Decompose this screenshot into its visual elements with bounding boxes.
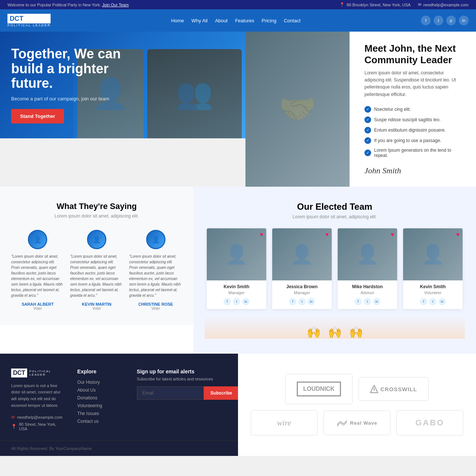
- navbar: DCT POLITICAL LEADER Home Why All About …: [0, 9, 476, 32]
- team-info-4: Kevin Smith Volunteer f t in: [403, 280, 463, 309]
- testimonial-text-1: "Lorem ipsum dolor sit amet, consectetur…: [11, 254, 64, 298]
- team-subtitle: Lorem ipsum dolor sit amet, adipiscing e…: [205, 214, 465, 219]
- email-form: Subscribe: [137, 386, 239, 400]
- instagram-icon[interactable]: in: [459, 16, 469, 25]
- footer-link-about-us[interactable]: About Us: [77, 387, 122, 393]
- footer-link-contact[interactable]: Contact us: [77, 419, 122, 424]
- about-checklist: ✓ Nsectetur cing elit. ✓ Suspe ndisse su…: [364, 104, 461, 160]
- nav-why-all[interactable]: Why All: [192, 18, 208, 23]
- gabo-logo: GABO: [415, 418, 444, 428]
- about-content: Meet John, the Next Community Leader Lor…: [350, 32, 476, 187]
- team-in-2[interactable]: in: [308, 298, 315, 305]
- nav-features[interactable]: Features: [235, 18, 254, 23]
- team-role-2: Manager: [276, 290, 328, 295]
- testimonial-name-2: KEVIN MARTIN: [70, 302, 123, 306]
- about-title: Meet John, the Next Community Leader: [364, 43, 461, 66]
- team-photo-2: 👤 ♥: [272, 228, 332, 280]
- top-bar: Welcome to our Popular Political Party i…: [0, 0, 476, 9]
- team-role-1: Manager: [210, 290, 263, 295]
- team-in-1[interactable]: in: [242, 298, 250, 305]
- hero-inner: Together, We can build a brighter future…: [0, 32, 245, 138]
- check-icon-4: ✓: [364, 137, 371, 144]
- footer-logo-sub: POLITICAL LEADER: [29, 370, 62, 376]
- about-inner: 🤝 Meet John, the Next Community Leader L…: [245, 32, 476, 187]
- check-icon-3: ✓: [364, 127, 371, 134]
- subscribe-button[interactable]: Subscribe: [204, 386, 239, 400]
- testimonial-role-2: Voter: [70, 306, 123, 311]
- brand-gabo: GABO: [396, 410, 463, 435]
- team-cards: 👤 ♥ Kevin Smith Manager f t in: [205, 228, 465, 309]
- contact-info: 📍 80 Brooklyn Street, New York, USA ✉ ne…: [340, 2, 469, 7]
- crosswill-icon: [370, 385, 378, 393]
- nav-contact[interactable]: Contact: [284, 18, 300, 23]
- team-socials-2: f t in: [276, 298, 328, 305]
- team-section: Our Elected Team Lorem ipsum dolor sit a…: [193, 187, 476, 354]
- testimonials-section: What They're Saying Lorem ipsum dolor si…: [0, 187, 193, 354]
- footer-logo-text: DCT: [11, 369, 27, 377]
- testimonial-text-2: "Lorem ipsum dolor sit amet, consectetur…: [70, 254, 123, 298]
- team-inner: Our Elected Team Lorem ipsum dolor sit a…: [193, 187, 476, 354]
- nav-pricing[interactable]: Pricing: [261, 18, 276, 23]
- bottom-section: DCT POLITICAL LEADER Lorem ipsum is not …: [0, 354, 476, 456]
- footer-link-our-history[interactable]: Our History: [77, 380, 122, 385]
- twitter-icon[interactable]: t: [434, 16, 443, 25]
- testimonial-role-3: Voter: [129, 306, 182, 311]
- team-in-3[interactable]: in: [373, 298, 380, 305]
- team-info-1: Kevin Smith Manager f t in: [207, 280, 266, 309]
- testimonial-name-3: CHRISTINE ROSE: [129, 302, 182, 306]
- team-fb-3[interactable]: f: [354, 298, 362, 305]
- email-input[interactable]: [137, 386, 204, 400]
- team-card-4: 👤 ♥ Kevin Smith Volunteer f t in: [403, 228, 463, 309]
- team-socials-3: f t in: [341, 298, 393, 305]
- team-card-3: 👤 ♥ Mike Hardston Advisor f t in: [338, 228, 397, 309]
- hero-subtext: Become a part of our campaign, join our …: [11, 96, 138, 102]
- team-tw-4[interactable]: t: [429, 298, 437, 305]
- footer: DCT POLITICAL LEADER Lorem ipsum is not …: [0, 354, 238, 441]
- nav-about[interactable]: About: [215, 18, 228, 23]
- team-fb-1[interactable]: f: [223, 298, 231, 305]
- footer-link-donations[interactable]: Donations: [77, 395, 122, 401]
- team-fb-4[interactable]: f: [420, 298, 427, 305]
- footer-email-icon: ✉: [11, 415, 15, 420]
- team-fb-2[interactable]: f: [289, 298, 296, 305]
- welcome-text: Welcome to our Popular Political Party i…: [7, 3, 129, 7]
- nav-links: Home Why All About Features Pricing Cont…: [171, 18, 300, 23]
- stand-together-button[interactable]: Stand Together: [11, 109, 64, 123]
- team-title: Our Elected Team: [205, 202, 465, 212]
- footer-link-volunteering[interactable]: Volunteering: [77, 403, 122, 408]
- team-like-3: ♥: [391, 231, 395, 238]
- facebook-icon[interactable]: f: [421, 16, 431, 25]
- team-role-3: Advisor: [341, 290, 393, 295]
- team-tw-3[interactable]: t: [364, 298, 371, 305]
- email-item: ✉ needhelp@example.com: [418, 2, 469, 7]
- testimonials-subtitle: Lorem ipsum dolor sit amet, adipiscing e…: [11, 213, 182, 219]
- avatar-3: 👤: [146, 230, 165, 249]
- about-description: Lorem ipsum dolor sit amet, consectetur …: [364, 70, 461, 98]
- team-like-1: ♥: [260, 231, 264, 238]
- team-name-3: Mike Hardston: [341, 284, 393, 289]
- hands-decoration: 🙌 🙌 🙌: [205, 316, 465, 339]
- footer-explore-col: Explore Our History About Us Donations V…: [77, 369, 122, 433]
- testimonial-card-1: 👤 "Lorem ipsum dolor sit amet, consectet…: [11, 230, 64, 311]
- footer-link-the-issues[interactable]: The Issues: [77, 411, 122, 416]
- team-card-1: 👤 ♥ Kevin Smith Manager f t in: [207, 228, 266, 309]
- checklist-item-2: ✓ Suspe ndisse suscipit sagittis leo.: [364, 115, 461, 125]
- logo: DCT POLITICAL LEADER: [7, 14, 51, 27]
- team-like-2: ♥: [325, 231, 329, 238]
- footer-area: DCT POLITICAL LEADER Lorem ipsum is not …: [0, 354, 238, 456]
- checklist-item-1: ✓ Nsectetur cing elit.: [364, 104, 461, 115]
- footer-explore-title: Explore: [77, 369, 122, 374]
- footer-logo: DCT POLITICAL LEADER: [11, 369, 62, 377]
- nav-home[interactable]: Home: [171, 18, 184, 23]
- hero-group-image: 👥: [147, 49, 242, 138]
- team-role-4: Volunteer: [407, 290, 459, 295]
- check-icon-1: ✓: [364, 106, 371, 113]
- team-in-4[interactable]: in: [438, 298, 446, 305]
- crosswill-logo: CROSSWILL: [370, 385, 417, 393]
- team-tw-1[interactable]: t: [233, 298, 240, 305]
- footer-signup-col: Sign up for email alerts Subscribe for l…: [137, 369, 239, 433]
- join-link[interactable]: Join Our Team: [102, 3, 129, 7]
- pinterest-icon[interactable]: p: [446, 16, 456, 25]
- team-tw-2[interactable]: t: [298, 298, 306, 305]
- checklist-item-4: ✓ If you are going to use a passage.: [364, 135, 461, 146]
